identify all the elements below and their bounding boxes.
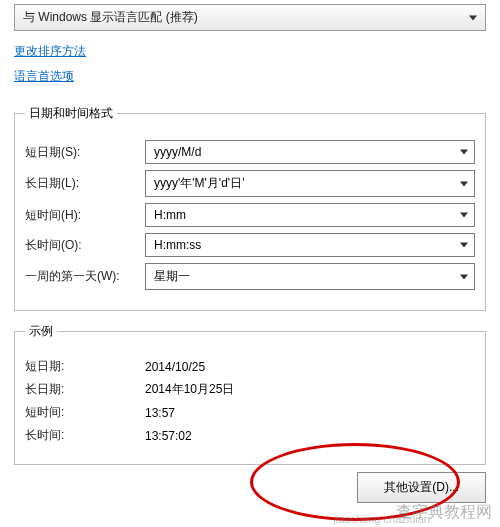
short-time-value: H:mm xyxy=(154,208,186,222)
long-date-value: yyyy'年'M'月'd'日' xyxy=(154,176,244,190)
short-date-select[interactable]: yyyy/M/d xyxy=(145,140,475,164)
chevron-down-icon xyxy=(460,274,468,279)
ex-short-date-value: 2014/10/25 xyxy=(145,360,205,374)
ex-long-date-label: 长日期: xyxy=(25,381,145,398)
other-settings-button[interactable]: 其他设置(D)... xyxy=(357,472,486,503)
long-time-label: 长时间(O): xyxy=(25,237,145,254)
ex-long-time-value: 13:57:02 xyxy=(145,429,192,443)
chevron-down-icon xyxy=(460,181,468,186)
chevron-down-icon xyxy=(460,243,468,248)
short-date-value: yyyy/M/d xyxy=(154,145,201,159)
ex-short-time-label: 短时间: xyxy=(25,404,145,421)
chevron-down-icon xyxy=(469,15,477,20)
first-day-select[interactable]: 星期一 xyxy=(145,263,475,290)
example-legend: 示例 xyxy=(25,323,57,340)
long-date-label: 长日期(L): xyxy=(25,175,145,192)
ex-long-date-value: 2014年10月25日 xyxy=(145,381,234,398)
chevron-down-icon xyxy=(460,150,468,155)
first-day-value: 星期一 xyxy=(154,269,190,283)
ex-short-date-label: 短日期: xyxy=(25,358,145,375)
display-language-value: 与 Windows 显示语言匹配 (推荐) xyxy=(23,10,198,24)
short-date-label: 短日期(S): xyxy=(25,144,145,161)
example-group: 示例 短日期: 2014/10/25 长日期: 2014年10月25日 短时间:… xyxy=(14,323,486,465)
short-time-select[interactable]: H:mm xyxy=(145,203,475,227)
short-time-label: 短时间(H): xyxy=(25,207,145,224)
ex-short-time-value: 13:57 xyxy=(145,406,175,420)
display-language-select[interactable]: 与 Windows 显示语言匹配 (推荐) xyxy=(14,4,486,31)
chevron-down-icon xyxy=(460,213,468,218)
long-date-select[interactable]: yyyy'年'M'月'd'日' xyxy=(145,170,475,197)
date-time-format-group: 日期和时间格式 短日期(S): yyyy/M/d 长日期(L): yyyy'年'… xyxy=(14,105,486,311)
format-legend: 日期和时间格式 xyxy=(25,105,117,122)
ex-long-time-label: 长时间: xyxy=(25,427,145,444)
first-day-label: 一周的第一天(W): xyxy=(25,268,145,285)
change-sort-link[interactable]: 更改排序方法 xyxy=(14,43,86,60)
long-time-select[interactable]: H:mm:ss xyxy=(145,233,475,257)
language-preferences-link[interactable]: 语言首选项 xyxy=(14,68,74,85)
watermark-text: 查字典教程网 xyxy=(396,502,492,523)
long-time-value: H:mm:ss xyxy=(154,238,201,252)
watermark-sub: jiaocheng chazidian xyxy=(333,513,430,525)
